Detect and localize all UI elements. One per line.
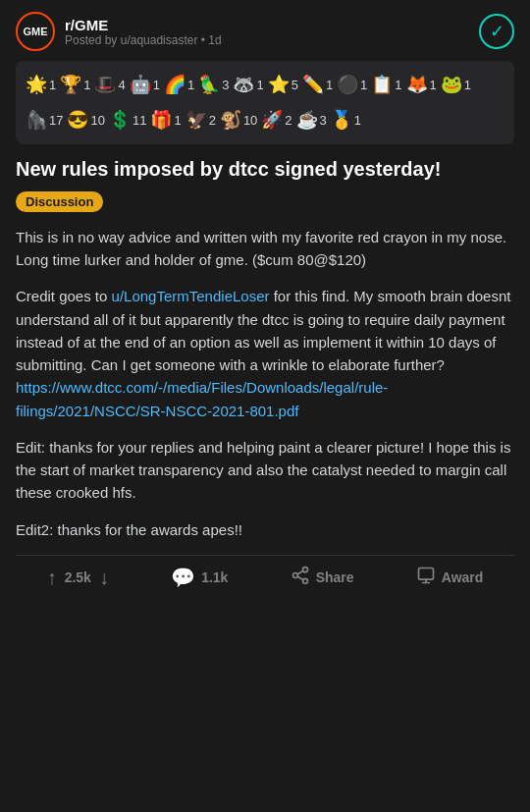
award-item: ⚫1 [337, 69, 367, 100]
award-item: 🌟1 [26, 69, 56, 100]
award-item: 🎁1 [150, 104, 181, 135]
award-item: 🦅2 [186, 104, 216, 135]
vote-count: 2.5k [65, 569, 91, 585]
award-item: 💲11 [109, 104, 146, 135]
posted-by: Posted by u/aquadisaster [65, 33, 197, 47]
comments-button[interactable]: 💬 1.1k [171, 566, 228, 589]
post-body: This is in no way advice and written wit… [16, 226, 514, 541]
time-ago: 1d [208, 33, 221, 47]
award-item: 🦍17 [26, 104, 63, 135]
award-item: 🐒10 [220, 104, 257, 135]
award-item: 🎩4 [94, 69, 125, 100]
upvote-button[interactable]: ↑ [47, 567, 57, 589]
post-flair[interactable]: Discussion [16, 191, 103, 212]
share-icon [291, 566, 310, 590]
body-paragraph-4: Edit2: thanks for the awards apes!! [16, 518, 514, 541]
check-circle-button[interactable]: ✓ [479, 14, 514, 49]
downvote-button[interactable]: ↓ [99, 567, 109, 589]
award-icon [416, 566, 436, 590]
award-item: 🦜3 [198, 69, 229, 100]
body-paragraph-3: Edit: thanks for your replies and helpin… [16, 436, 514, 505]
award-item: 🐸1 [441, 69, 471, 100]
award-item: 🌈1 [164, 69, 194, 100]
award-item: ☕3 [296, 104, 327, 135]
post-meta: Posted by u/aquadisaster • 1d [65, 33, 222, 47]
user-link[interactable]: u/LongTermTendieLoser [112, 288, 270, 304]
share-label: Share [316, 569, 354, 585]
svg-line-4 [297, 570, 303, 573]
award-button[interactable]: Award [416, 566, 484, 590]
award-item: 🤖1 [130, 69, 160, 100]
body-p2-prefix: Credit goes to [16, 288, 112, 304]
svg-line-3 [297, 576, 303, 579]
check-icon: ✓ [490, 21, 504, 42]
award-item: 📋1 [371, 69, 401, 100]
award-item: 😎10 [67, 104, 104, 135]
vote-section: ↑ 2.5k ↓ [47, 567, 109, 589]
avatar: GME [16, 12, 55, 51]
post-container: GME r/GME Posted by u/aquadisaster • 1d … [0, 0, 530, 602]
award-item: 🥇1 [331, 104, 361, 135]
subreddit-info: GME r/GME Posted by u/aquadisaster • 1d [16, 12, 222, 51]
post-title: New rules imposed by dtcc signed yesterd… [16, 156, 514, 182]
awards-row: 🌟1 🏆1 🎩4 🤖1 🌈1 🦜3 🦝1 ⭐5 ✏️1 ⚫1 📋1 🦊1 🐸1 … [26, 69, 504, 136]
svg-rect-5 [418, 568, 433, 579]
subreddit-name[interactable]: r/GME [65, 17, 222, 33]
award-item: 🦊1 [406, 69, 437, 100]
award-item: ⭐5 [268, 69, 298, 100]
upvote-icon: ↑ [47, 567, 57, 589]
award-item: 🦝1 [233, 69, 263, 100]
body-paragraph-2: Credit goes to u/LongTermTendieLoser for… [16, 285, 514, 422]
award-item: 🚀2 [261, 104, 292, 135]
award-item: 🏆1 [60, 69, 90, 100]
dtcc-link[interactable]: https://www.dtcc.com/-/media/Files/Downl… [16, 379, 388, 418]
comment-icon: 💬 [171, 566, 195, 589]
action-bar: ↑ 2.5k ↓ 💬 1.1k Share [16, 555, 514, 590]
award-item: ✏️1 [302, 69, 333, 100]
awards-section: 🌟1 🏆1 🎩4 🤖1 🌈1 🦜3 🦝1 ⭐5 ✏️1 ⚫1 📋1 🦊1 🐸1 … [16, 61, 514, 144]
share-button[interactable]: Share [291, 566, 354, 590]
comment-count: 1.1k [201, 569, 228, 585]
subreddit-text: r/GME Posted by u/aquadisaster • 1d [65, 17, 222, 47]
downvote-icon: ↓ [99, 567, 109, 589]
body-paragraph-1: This is in no way advice and written wit… [16, 226, 514, 272]
post-header: GME r/GME Posted by u/aquadisaster • 1d … [16, 12, 514, 51]
award-label: Award [442, 569, 484, 585]
